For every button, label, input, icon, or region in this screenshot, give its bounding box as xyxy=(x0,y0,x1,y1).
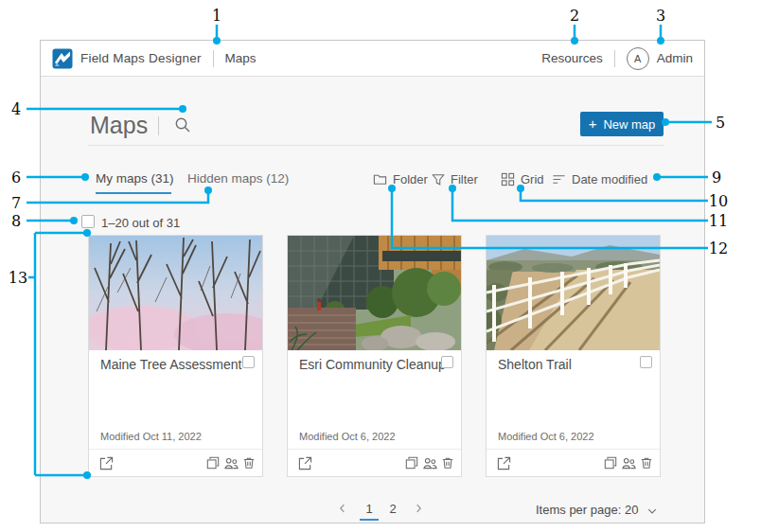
callout-13: 13 xyxy=(9,269,27,287)
card-footer-divider xyxy=(487,449,660,450)
callout-9: 9 xyxy=(712,168,721,186)
header-divider xyxy=(614,50,615,67)
map-checkbox[interactable] xyxy=(640,356,652,368)
map-card[interactable]: Esri Community Cleanup Modified Oct 6, 2… xyxy=(287,235,462,477)
map-checkbox[interactable] xyxy=(441,356,453,368)
open-map-icon[interactable] xyxy=(497,456,511,470)
share-icon[interactable] xyxy=(423,456,437,470)
new-map-button[interactable]: + New map xyxy=(580,112,664,136)
map-card[interactable]: Maine Tree Assessment Modified Oct 11, 2… xyxy=(88,235,263,477)
map-thumbnail xyxy=(487,236,660,350)
callout-3: 3 xyxy=(656,7,665,25)
callout-6: 6 xyxy=(11,168,21,186)
grid-icon xyxy=(501,172,515,186)
duplicate-icon[interactable] xyxy=(604,456,618,470)
header-divider xyxy=(213,50,214,67)
items-per-page-select[interactable]: Items per page: 20 xyxy=(536,503,638,517)
card-footer-divider xyxy=(89,449,262,450)
callout-1: 1 xyxy=(212,7,221,25)
page-1-button[interactable]: 1 xyxy=(362,502,377,516)
page-title: Maps xyxy=(90,112,148,139)
page-2-button[interactable]: 2 xyxy=(385,502,400,516)
delete-icon[interactable] xyxy=(441,456,455,470)
map-thumbnail xyxy=(89,236,262,350)
nav-maps[interactable]: Maps xyxy=(225,51,257,65)
callout-4: 4 xyxy=(11,100,21,118)
map-card[interactable]: Shelton Trail Modified Oct 6, 2022 xyxy=(486,235,661,477)
filter-button[interactable]: Filter xyxy=(432,172,478,186)
callout-2: 2 xyxy=(570,7,579,25)
select-all-checkbox[interactable] xyxy=(81,215,95,228)
open-map-icon[interactable] xyxy=(298,456,312,470)
chevron-left-icon[interactable] xyxy=(336,502,349,515)
open-map-icon[interactable] xyxy=(99,456,114,470)
callout-7: 7 xyxy=(11,194,21,212)
tab-hidden-maps[interactable]: Hidden maps (12) xyxy=(187,171,289,186)
delete-icon[interactable] xyxy=(640,456,654,470)
active-tab-underline xyxy=(96,192,171,194)
modified-date: Modified Oct 11, 2022 xyxy=(100,431,202,442)
callout-11: 11 xyxy=(709,212,728,230)
avatar[interactable]: A xyxy=(627,47,649,70)
map-thumbnail xyxy=(288,236,461,350)
callout-12: 12 xyxy=(709,239,728,257)
grid-view-button[interactable]: Grid xyxy=(501,172,544,186)
share-icon[interactable] xyxy=(622,456,636,470)
title-rule xyxy=(88,145,664,146)
sort-button[interactable]: Date modified xyxy=(552,172,647,186)
folder-button[interactable]: Folder xyxy=(373,172,428,186)
plus-icon: + xyxy=(589,116,597,131)
chevron-right-icon[interactable] xyxy=(412,502,425,515)
annotated-screenshot: 1 2 3 4 5 6 7 8 9 10 11 12 13 Field Maps… xyxy=(0,0,761,532)
map-title: Maine Tree Assessment xyxy=(100,357,241,372)
search-icon[interactable] xyxy=(174,116,191,133)
modified-date: Modified Oct 6, 2022 xyxy=(498,431,594,442)
map-checkbox[interactable] xyxy=(242,356,255,368)
duplicate-icon[interactable] xyxy=(206,456,221,470)
selection-count: 1–20 out of 31 xyxy=(101,216,180,230)
active-page-underline xyxy=(360,519,379,521)
filter-icon xyxy=(432,173,445,186)
title-divider xyxy=(158,116,159,135)
callout-8: 8 xyxy=(11,212,21,230)
callout-5: 5 xyxy=(716,114,725,132)
map-title: Esri Community Cleanup xyxy=(299,357,446,372)
tab-my-maps[interactable]: My maps (31) xyxy=(96,171,174,186)
delete-icon[interactable] xyxy=(242,456,257,470)
sort-icon xyxy=(552,172,566,186)
app-title: Field Maps Designer xyxy=(80,51,202,65)
card-footer-divider xyxy=(288,449,461,450)
app-window: Field Maps Designer Maps Resources A Adm… xyxy=(40,40,705,523)
field-maps-logo-icon xyxy=(52,48,73,69)
share-icon[interactable] xyxy=(224,456,239,470)
folder-icon xyxy=(373,172,387,186)
chevron-down-icon[interactable] xyxy=(646,504,658,515)
modified-date: Modified Oct 6, 2022 xyxy=(299,431,396,442)
duplicate-icon[interactable] xyxy=(405,456,419,470)
map-title: Shelton Trail xyxy=(498,357,572,372)
callout-10: 10 xyxy=(709,192,728,210)
nav-resources[interactable]: Resources xyxy=(541,51,603,65)
account-menu[interactable]: Admin xyxy=(657,51,693,65)
app-header: Field Maps Designer Maps Resources A Adm… xyxy=(41,41,704,77)
